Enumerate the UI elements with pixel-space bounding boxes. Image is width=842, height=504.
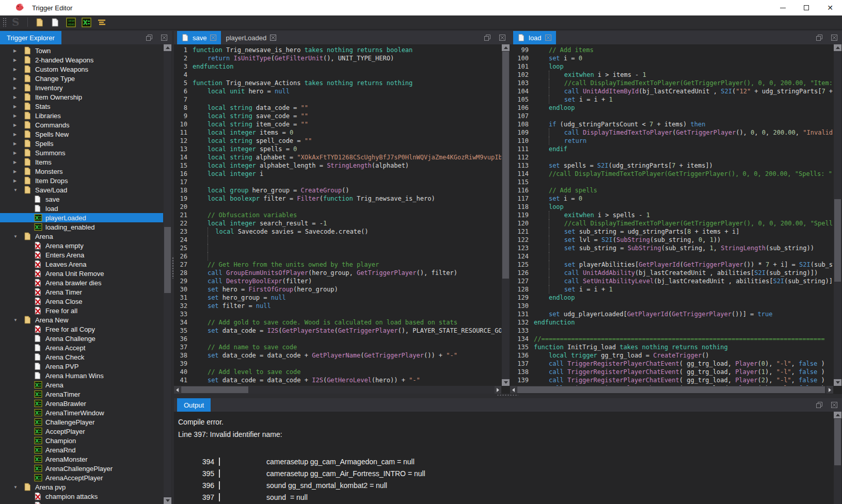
tree-item-arena-check[interactable]: Arena Check bbox=[0, 352, 163, 362]
tree-item-arenatimerwindow[interactable]: ArenaTimerWindow bbox=[0, 408, 163, 417]
float-panel-icon[interactable] bbox=[816, 35, 822, 41]
scroll-down-button[interactable] bbox=[502, 379, 510, 386]
tree-item-items[interactable]: ▶Items bbox=[0, 157, 163, 167]
tree-item-spells[interactable]: ▶Spells bbox=[0, 139, 163, 148]
scroll-up-button[interactable] bbox=[502, 44, 510, 51]
collapse-arrow-icon[interactable]: ▼ bbox=[13, 188, 24, 192]
tree-item-acceptplayer[interactable]: AcceptPlayer bbox=[0, 427, 163, 436]
new-category-button[interactable] bbox=[35, 17, 45, 27]
tree-item-libraries[interactable]: ▶Libraries bbox=[0, 111, 163, 120]
tree-item-load[interactable]: load bbox=[0, 204, 163, 213]
tree-item-arena-close[interactable]: Arena Close bbox=[0, 297, 163, 306]
tree-item-arena-challenge[interactable]: Arena Challenge bbox=[0, 334, 163, 343]
expand-arrow-icon[interactable]: ▶ bbox=[13, 67, 24, 72]
tree-item-arena-human-wins[interactable]: Arena Human Wins bbox=[0, 371, 163, 380]
tree-item-arena-new[interactable]: ▼Arena New bbox=[0, 315, 163, 324]
tab-save[interactable]: save bbox=[177, 31, 221, 44]
code-editor-load[interactable]: 99 // Add items100 set i = 0101 loop102 … bbox=[510, 44, 833, 386]
horizontal-splitter-grip[interactable] bbox=[497, 394, 518, 397]
expand-arrow-icon[interactable]: ▶ bbox=[13, 178, 24, 183]
tree-item-arena-pvp[interactable]: Arena PVP bbox=[0, 362, 163, 371]
scrollbar-thumb[interactable] bbox=[834, 419, 841, 465]
tree-item-arena-brawler-dies[interactable]: Arena brawler dies bbox=[0, 278, 163, 287]
scroll-down-button[interactable] bbox=[834, 379, 841, 386]
scroll-left-button[interactable] bbox=[510, 386, 517, 394]
scroll-s-icon[interactable]: S bbox=[12, 16, 19, 28]
tree-item-item-ownership[interactable]: ▶Item Ownership bbox=[0, 92, 163, 102]
tree-item-partial[interactable] bbox=[0, 501, 163, 504]
tree-item-arena-pvp[interactable]: ▼Arena pvp bbox=[0, 482, 163, 492]
tree-item-arena-accept[interactable]: Arena Accept bbox=[0, 343, 163, 352]
scroll-right-button[interactable] bbox=[495, 386, 501, 394]
toolbar-drag-grip-icon[interactable] bbox=[3, 18, 7, 27]
scrollbar-thumb[interactable] bbox=[517, 386, 825, 393]
tree-item-enters-arena[interactable]: Enters Arena bbox=[0, 250, 163, 259]
scrollbar-thumb[interactable] bbox=[834, 199, 841, 282]
float-panel-icon[interactable] bbox=[146, 35, 152, 41]
tab-close-icon[interactable] bbox=[270, 35, 276, 41]
tree-item-champion[interactable]: Champion bbox=[0, 436, 163, 445]
close-panel-icon[interactable] bbox=[161, 35, 167, 41]
tree-item-arenabrawler[interactable]: ArenaBrawler bbox=[0, 399, 163, 408]
binary-card-button[interactable]: 10100101 bbox=[66, 17, 76, 27]
scroll-up-button[interactable] bbox=[164, 44, 171, 51]
tab-close-icon[interactable] bbox=[210, 35, 216, 41]
convert-script-button[interactable] bbox=[81, 17, 91, 27]
tree-item-arenatimer[interactable]: ArenaTimer bbox=[0, 389, 163, 399]
close-panel-icon[interactable] bbox=[831, 402, 837, 408]
save-editor-hscrollbar[interactable] bbox=[174, 386, 501, 394]
tree-item-challengeplayer[interactable]: ChallengePlayer bbox=[0, 417, 163, 427]
scrollbar-thumb[interactable] bbox=[502, 52, 509, 279]
expand-arrow-icon[interactable]: ▶ bbox=[13, 169, 24, 174]
tree-item-playerloaded[interactable]: playerLoaded bbox=[0, 213, 163, 222]
tree-item-arenachallengeplayer[interactable]: ArenaChallengePlayer bbox=[0, 464, 163, 473]
collapse-arrow-icon[interactable]: ▼ bbox=[13, 234, 24, 239]
expand-arrow-icon[interactable]: ▶ bbox=[13, 48, 24, 53]
expand-arrow-icon[interactable]: ▶ bbox=[13, 123, 24, 127]
tree-item-save[interactable]: save bbox=[0, 194, 163, 204]
expand-arrow-icon[interactable]: ▶ bbox=[13, 76, 24, 81]
save-editor-vscrollbar[interactable] bbox=[502, 44, 510, 386]
vertical-splitter-grip[interactable] bbox=[172, 257, 174, 279]
close-panel-icon[interactable] bbox=[499, 35, 505, 41]
scroll-left-button[interactable] bbox=[174, 386, 181, 394]
output-tab[interactable]: Output bbox=[177, 398, 211, 412]
tree-item-arena-empty[interactable]: Arena empty bbox=[0, 241, 163, 250]
expand-arrow-icon[interactable]: ▶ bbox=[13, 113, 24, 118]
tree-item-spells-new[interactable]: ▶Spells New bbox=[0, 129, 163, 139]
maximize-button[interactable] bbox=[795, 0, 818, 15]
tree-item-2-handed-weapons[interactable]: ▶2-handed Weapons bbox=[0, 55, 163, 64]
load-editor-hscrollbar[interactable] bbox=[510, 386, 833, 394]
tree-item-loading-enabled[interactable]: loading_enabled bbox=[0, 222, 163, 232]
tree-item-champion-attacks[interactable]: champion attacks bbox=[0, 492, 163, 501]
new-trigger-button[interactable] bbox=[50, 17, 60, 27]
tree-item-leaves-arena[interactable]: Leaves Arena bbox=[0, 259, 163, 269]
trigger-explorer-tab[interactable]: Trigger Explorer bbox=[0, 31, 61, 44]
expand-arrow-icon[interactable]: ▶ bbox=[13, 132, 24, 137]
comment-lines-button[interactable] bbox=[97, 17, 107, 27]
tree-item-save-load[interactable]: ▼Save/Load bbox=[0, 185, 163, 194]
float-panel-icon[interactable] bbox=[816, 402, 822, 408]
trigger-explorer-tree[interactable]: ▶Town▶2-handed Weapons▶Custom Weapons▶Ch… bbox=[0, 44, 163, 504]
tab-playerLoaded[interactable]: playerLoaded bbox=[221, 31, 281, 44]
tab-close-icon[interactable] bbox=[545, 35, 551, 41]
tree-item-arena[interactable]: Arena bbox=[0, 380, 163, 389]
tree-item-arena-timer[interactable]: Arena Timer bbox=[0, 287, 163, 297]
tree-item-change-type[interactable]: ▶Change Type bbox=[0, 74, 163, 83]
tree-item-commands[interactable]: ▶Commands bbox=[0, 120, 163, 129]
expand-arrow-icon[interactable]: ▶ bbox=[13, 151, 24, 155]
tree-item-summons[interactable]: ▶Summons bbox=[0, 148, 163, 157]
float-panel-icon[interactable] bbox=[484, 35, 490, 41]
scroll-up-button[interactable] bbox=[834, 44, 841, 51]
explorer-scrollbar[interactable] bbox=[164, 44, 171, 504]
expand-arrow-icon[interactable]: ▶ bbox=[13, 58, 24, 62]
scroll-right-button[interactable] bbox=[827, 386, 833, 394]
tree-item-stats[interactable]: ▶Stats bbox=[0, 102, 163, 111]
tree-item-town[interactable]: ▶Town bbox=[0, 46, 163, 55]
scrollbar-thumb[interactable] bbox=[181, 386, 248, 393]
collapse-arrow-icon[interactable]: ▼ bbox=[13, 318, 24, 322]
tree-item-item-drops[interactable]: ▶Item Drops bbox=[0, 176, 163, 185]
code-editor-save[interactable]: 1function Trig_newsave_is_hero takes not… bbox=[174, 44, 501, 386]
tree-item-arenamonster[interactable]: ArenaMonster bbox=[0, 454, 163, 464]
expand-arrow-icon[interactable]: ▶ bbox=[13, 104, 24, 109]
